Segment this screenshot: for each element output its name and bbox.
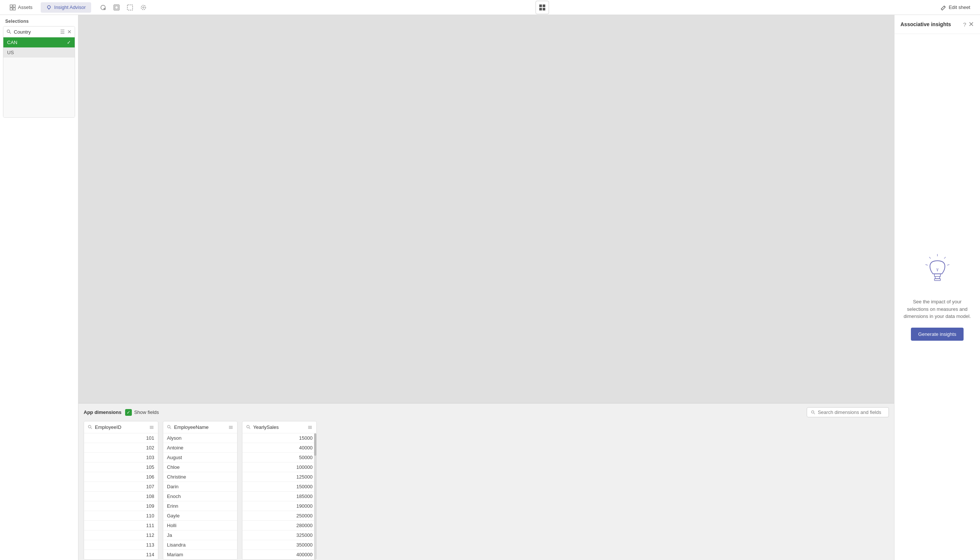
tool-select-circle[interactable] [137, 2, 150, 13]
table-row[interactable]: 110 [84, 511, 158, 521]
right-panel: Associative insights ? ✕ [894, 15, 980, 560]
table-row[interactable]: 106 [84, 472, 158, 482]
assets-icon [10, 5, 16, 10]
scrollbar-track[interactable] [314, 433, 316, 560]
table-row[interactable]: August [163, 453, 237, 462]
select-partial-icon [126, 4, 133, 11]
table-row[interactable]: 102 [84, 443, 158, 453]
show-fields-toggle[interactable]: ✓ Show fields [125, 409, 159, 416]
table-row[interactable]: 109 [84, 502, 158, 511]
filter-selected-value: CAN [7, 40, 17, 45]
table-row[interactable]: 40000 [242, 443, 316, 453]
svg-line-40 [929, 257, 931, 258]
filter-selected-can[interactable]: CAN ✓ [3, 37, 75, 47]
lightbulb-icon [922, 253, 952, 291]
table-row[interactable]: 125000 [242, 472, 316, 482]
table-row[interactable]: Erinn [163, 502, 237, 511]
table-row[interactable]: Mariam [163, 550, 237, 560]
svg-point-11 [141, 5, 146, 10]
dim-col-employee-id-header: EmployeeID [84, 422, 158, 433]
table-row[interactable]: 114 [84, 550, 158, 560]
svg-rect-42 [934, 279, 940, 280]
svg-line-39 [947, 265, 949, 265]
table-row[interactable]: 113 [84, 540, 158, 550]
table-row[interactable]: 50000 [242, 453, 316, 462]
svg-rect-0 [10, 5, 12, 7]
tool-select-partial[interactable] [124, 2, 136, 13]
table-row[interactable]: Enoch [163, 492, 237, 502]
table-row[interactable]: Christine [163, 472, 237, 482]
close-icon[interactable]: ✕ [968, 20, 974, 28]
table-row[interactable]: 111 [84, 521, 158, 530]
left-panel: Selections Country ☰ ✕ CAN ✓ US [0, 15, 78, 560]
col-menu-icon-1[interactable] [149, 425, 154, 430]
show-fields-label: Show fields [134, 410, 159, 415]
col-menu-icon-3[interactable] [307, 425, 313, 430]
tool-lasso[interactable] [97, 2, 109, 13]
dimension-columns: EmployeeID 101 102 103 105 106 107 [84, 421, 889, 560]
table-row[interactable]: Gayle [163, 511, 237, 521]
filter-empty-area [3, 58, 75, 117]
search-col-icon-3 [246, 425, 251, 430]
insight-advisor-icon [46, 5, 52, 10]
table-row[interactable]: 108 [84, 492, 158, 502]
right-panel-body: See the impact of your selections on mea… [895, 34, 980, 560]
generate-insights-button[interactable]: Generate insights [911, 328, 964, 341]
col-menu-icon-2[interactable] [228, 425, 233, 430]
table-row[interactable]: 107 [84, 482, 158, 492]
associative-insights-title: Associative insights [900, 21, 961, 27]
table-row[interactable]: Alyson [163, 433, 237, 443]
filter-list-icon[interactable]: ☰ [60, 29, 65, 35]
table-row[interactable]: 250000 [242, 511, 316, 521]
employee-name-body: Alyson Antoine August Chloe Christine Da… [163, 433, 237, 560]
table-row[interactable]: 185000 [242, 492, 316, 502]
table-row[interactable]: 350000 [242, 540, 316, 550]
table-row[interactable]: Chloe [163, 462, 237, 472]
table-row[interactable]: Lisandra [163, 540, 237, 550]
dim-col-employee-name-header: EmployeeName [163, 422, 237, 433]
dim-col-yearly-sales: YearlySales 15000 40000 50000 [242, 421, 317, 560]
table-row[interactable]: 190000 [242, 502, 316, 511]
filter-clear-icon[interactable]: ✕ [67, 29, 72, 35]
table-row[interactable]: 400000 [242, 550, 316, 560]
svg-point-32 [247, 425, 250, 428]
svg-point-27 [168, 425, 170, 428]
table-row[interactable]: 280000 [242, 521, 316, 530]
filter-other-us[interactable]: US [3, 47, 75, 58]
svg-rect-16 [542, 8, 545, 10]
table-row[interactable]: 105 [84, 462, 158, 472]
edit-sheet-button[interactable]: Edit sheet [935, 2, 975, 13]
show-fields-checkbox[interactable]: ✓ [125, 409, 132, 416]
table-row[interactable]: 325000 [242, 530, 316, 540]
table-row[interactable]: Holli [163, 521, 237, 530]
tab-insight-advisor[interactable]: Insight Advisor [41, 2, 91, 13]
grid-view-button[interactable] [536, 1, 549, 14]
table-row[interactable]: Darin [163, 482, 237, 492]
svg-point-6 [101, 5, 105, 10]
tab-assets[interactable]: Assets [5, 2, 38, 13]
search-col-icon-2 [167, 425, 172, 430]
table-row[interactable]: 15000 [242, 433, 316, 443]
table-row[interactable]: 103 [84, 453, 158, 462]
edit-icon [940, 5, 947, 10]
search-dimensions-input[interactable] [818, 410, 885, 415]
svg-rect-15 [539, 8, 542, 10]
table-row[interactable]: Ja [163, 530, 237, 540]
tool-select-all[interactable] [111, 2, 123, 13]
table-row[interactable]: 112 [84, 530, 158, 540]
lasso-icon [100, 4, 106, 11]
scrollbar-thumb[interactable] [314, 433, 316, 456]
svg-rect-3 [13, 8, 15, 10]
table-row[interactable]: 150000 [242, 482, 316, 492]
table-row[interactable]: Antoine [163, 443, 237, 453]
insight-advisor-tab-label: Insight Advisor [54, 5, 86, 10]
svg-line-41 [925, 265, 928, 265]
employee-id-body: 101 102 103 105 106 107 108 109 110 111 … [84, 433, 158, 560]
search-col-icon-1 [88, 425, 93, 430]
table-row[interactable]: 101 [84, 433, 158, 443]
filter-other-value: US [7, 50, 14, 55]
svg-line-28 [170, 428, 171, 429]
table-row[interactable]: 100000 [242, 462, 316, 472]
svg-rect-9 [115, 6, 118, 9]
help-icon[interactable]: ? [963, 21, 966, 28]
